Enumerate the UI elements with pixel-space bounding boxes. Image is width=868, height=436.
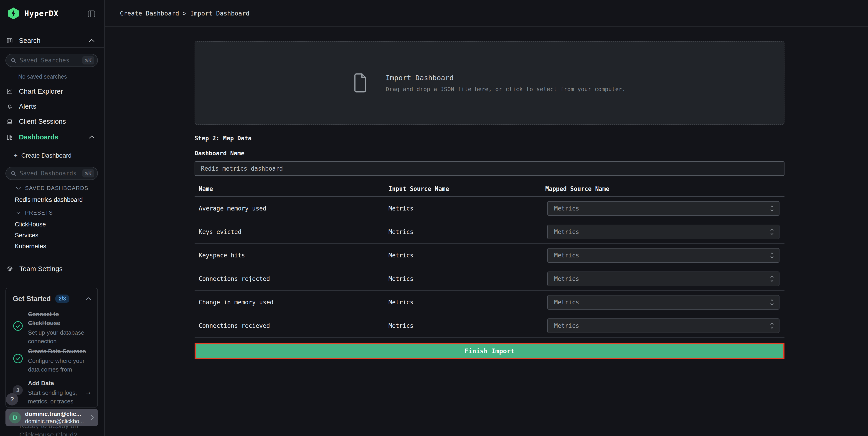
sidebar-dashboard-redis-metrics[interactable]: Redis metrics dashboard (15, 196, 83, 203)
help-button[interactable]: ? (6, 393, 18, 405)
get-started-item-desc: Set up your database connection (28, 328, 92, 346)
get-started-item-desc: Start sending logs, metrics, or traces (28, 388, 83, 406)
select-chevrons-icon (770, 275, 774, 283)
select-chevrons-icon (770, 228, 774, 236)
arrow-right-icon: → (84, 387, 92, 396)
mapped-source-select[interactable]: Metrics (547, 295, 779, 310)
user-account-button[interactable]: D dominic.tran@clic... dominic.tran@clic… (5, 409, 98, 426)
row-name: Change in memory used (199, 299, 274, 306)
sidebar-item-alerts[interactable]: Alerts (0, 99, 105, 114)
shortcut-badge: ⌘K (82, 169, 94, 177)
get-started-item-connect[interactable]: Connect to ClickHouse Set up your databa… (13, 310, 92, 346)
chevron-right-icon (91, 414, 94, 420)
chevron-up-icon (89, 39, 95, 42)
hyperdx-logo-icon (7, 7, 19, 20)
saved-dashboards-input[interactable] (20, 170, 82, 177)
logo[interactable]: HyperDX (0, 0, 105, 27)
json-dropzone[interactable]: Import Dashboard Drag and drop a JSON fi… (194, 41, 784, 125)
sidebar-item-dashboards[interactable]: Dashboards (0, 129, 105, 145)
row-input: Metrics (389, 205, 413, 212)
get-started-item-desc: Configure where your data comes from (28, 356, 92, 374)
column-header-input: Input Source Name (389, 185, 449, 192)
progress-badge: 2/3 (55, 294, 69, 303)
table-row: Keyspace hits Metrics Metrics (194, 244, 784, 267)
create-dashboard-label: Create Dashboard (21, 152, 72, 159)
table-header: Name Input Source Name Mapped Source Nam… (194, 182, 784, 197)
breadcrumb: Create Dashboard > Import Dashboard (120, 10, 249, 17)
select-value: Metrics (554, 275, 770, 282)
chevron-down-icon (16, 211, 21, 214)
get-started-item-add-data[interactable]: 3 Add Data Start sending logs, metrics, … (13, 379, 92, 406)
row-name: Average memory used (199, 205, 266, 212)
dropzone-title: Import Dashboard (386, 74, 626, 82)
mapped-source-select[interactable]: Metrics (547, 201, 779, 216)
table-row: Average memory used Metrics Metrics (194, 197, 784, 220)
avatar: D (9, 412, 21, 424)
main-area: Create Dashboard > Import Dashboard Impo… (105, 0, 868, 436)
laptop-icon (7, 118, 13, 125)
hyperdx-app: HyperDX Search ⌘K No saved searches (0, 0, 868, 436)
row-input: Metrics (389, 252, 413, 259)
saved-searches-search[interactable]: ⌘K (5, 54, 98, 67)
saved-dashboards-section-header[interactable]: SAVED DASHBOARDS (16, 185, 88, 191)
sidebar-section-search[interactable]: Search (0, 34, 105, 48)
table-row: Connections rejected Metrics Metrics (194, 267, 784, 291)
mapped-source-select[interactable]: Metrics (547, 271, 779, 286)
dashboard-name-input[interactable] (194, 161, 784, 176)
get-started-item-title: Add Data (28, 379, 83, 388)
chevron-up-icon[interactable] (86, 297, 92, 300)
get-started-item-title: Connect to ClickHouse (28, 310, 92, 327)
page-header: Create Dashboard > Import Dashboard (105, 0, 868, 27)
user-email: dominic.tran@clickho... (25, 418, 91, 425)
table-row: Change in memory used Metrics Metrics (194, 291, 784, 314)
sidebar-item-label: Alerts (19, 103, 36, 110)
select-chevrons-icon (770, 298, 774, 306)
column-header-mapped: Mapped Source Name (545, 185, 610, 192)
plus-icon: + (14, 152, 18, 159)
saved-searches-input[interactable] (20, 57, 82, 64)
sidebar-preset-kubernetes[interactable]: Kubernetes (15, 243, 46, 250)
row-name: Keys evicted (199, 229, 242, 235)
bell-icon (7, 104, 13, 110)
shortcut-badge: ⌘K (82, 56, 94, 64)
select-chevrons-icon (770, 322, 774, 330)
check-circle-icon (13, 353, 23, 364)
section-label: PRESETS (25, 210, 53, 216)
create-dashboard-button[interactable]: + Create Dashboard (14, 152, 71, 159)
sidebar-item-client-sessions[interactable]: Client Sessions (0, 114, 105, 129)
get-started-item-sources[interactable]: Create Data Sources Configure where your… (13, 347, 92, 374)
sidebar-item-chart-explorer[interactable]: Chart Explorer (0, 84, 105, 99)
row-name: Connections recieved (199, 322, 270, 329)
sidebar-preset-services[interactable]: Services (15, 232, 38, 239)
saved-dashboards-search[interactable]: ⌘K (5, 167, 98, 180)
gear-icon (7, 266, 13, 272)
app-title: HyperDX (24, 9, 59, 18)
sidebar: HyperDX Search ⌘K No saved searches (0, 0, 105, 436)
presets-section-header[interactable]: PRESETS (16, 210, 53, 216)
team-settings-label: Team Settings (19, 265, 63, 273)
finish-import-button[interactable]: Finish Import (194, 343, 784, 359)
section-label: SAVED DASHBOARDS (25, 185, 88, 191)
row-input: Metrics (389, 275, 413, 282)
step-label: Step 2: Map Data (194, 135, 251, 142)
sidebar-item-label: Dashboards (19, 133, 58, 141)
row-input: Metrics (389, 322, 413, 329)
select-value: Metrics (554, 205, 770, 212)
search-section-icon (7, 37, 13, 44)
sidebar-item-label: Chart Explorer (19, 87, 63, 95)
sidebar-toggle-icon[interactable] (88, 10, 95, 17)
dashboard-name-label: Dashboard Name (194, 150, 244, 157)
select-chevrons-icon (770, 252, 774, 259)
chevron-down-icon (16, 187, 21, 190)
row-name: Connections rejected (199, 275, 270, 282)
row-name: Keyspace hits (199, 252, 245, 259)
mapped-source-select[interactable]: Metrics (547, 225, 779, 239)
sidebar-item-team-settings[interactable]: Team Settings (0, 261, 105, 276)
mapped-source-select[interactable]: Metrics (547, 248, 779, 263)
promo-line2: ClickHouse Cloud? (19, 431, 97, 436)
mapped-source-select[interactable]: Metrics (547, 318, 779, 333)
sidebar-item-label: Client Sessions (19, 118, 66, 125)
row-input: Metrics (389, 229, 413, 235)
get-started-title: Get Started (13, 295, 51, 303)
sidebar-preset-clickhouse[interactable]: ClickHouse (15, 221, 46, 228)
